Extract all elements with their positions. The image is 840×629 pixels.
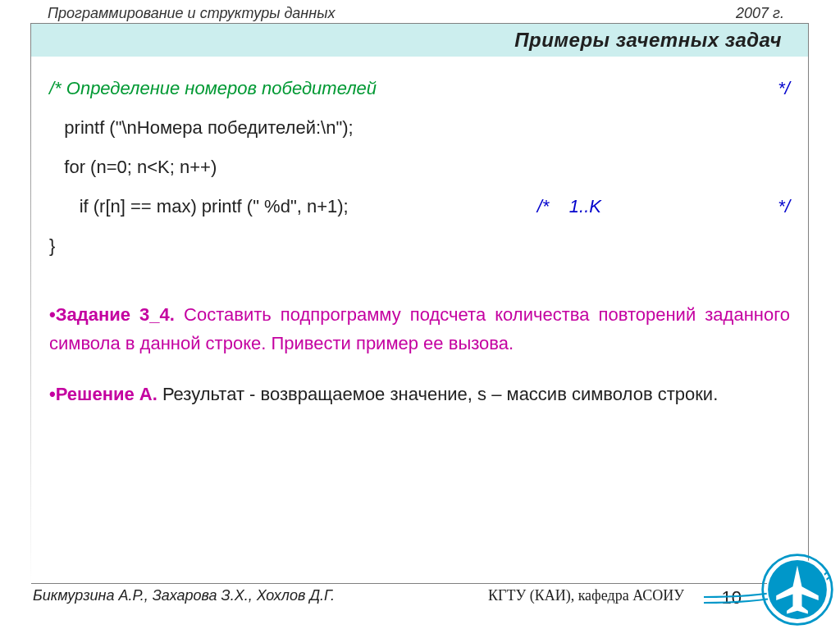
running-header: Программирование и структуры данных 2007…: [48, 5, 784, 22]
code-line: }: [49, 232, 790, 260]
code-text: for (n=0; n<K; n++): [49, 153, 217, 181]
comment-close: */: [583, 75, 790, 103]
slide-body: /* Определение номеров победителей */ pr…: [31, 57, 808, 408]
page-number: 10: [722, 587, 742, 608]
airplane-logo-icon: [760, 552, 835, 627]
slide-title-bar: Примеры зачетных задач: [31, 24, 808, 57]
slide-title: Примеры зачетных задач: [514, 29, 782, 51]
code-block: /* Определение номеров победителей */ pr…: [49, 75, 790, 260]
footer-org: КГТУ (КАИ), кафедра АСОИУ: [488, 587, 684, 604]
footer-authors: Бикмурзина А.Р., Захарова З.Х., Хохлов Д…: [33, 587, 335, 604]
code-line: printf ("\nНомера победителей:\n");: [49, 114, 790, 142]
inline-comment-close: */: [601, 193, 790, 221]
course-title: Программирование и структуры данных: [48, 5, 335, 22]
code-text: if (r[n] == max) printf (" %d", n+1);: [49, 193, 349, 221]
task-title: Задание 3_4.: [56, 304, 175, 325]
slide-frame: Примеры зачетных задач /* Определение но…: [31, 23, 809, 584]
code-text: printf ("\nНомера победителей:\n");: [49, 114, 354, 142]
solution-title: Решение А.: [56, 384, 158, 404]
bullet-icon: •: [49, 304, 56, 325]
solution-block: •Решение А. Результат - возвращаемое зна…: [49, 381, 790, 408]
bullet-icon: •: [49, 384, 56, 404]
inline-comment-open: /* 1..K: [537, 193, 601, 221]
slide-footer: Бикмурзина А.Р., Захарова З.Х., Хохлов Д…: [33, 587, 807, 604]
course-year: 2007 г.: [736, 5, 784, 22]
code-line: /* Определение номеров победителей */: [49, 75, 790, 103]
code-text: }: [49, 232, 55, 260]
comment-open: /* Определение номеров победителей: [49, 75, 377, 103]
code-line: for (n=0; n<K; n++): [49, 153, 790, 181]
solution-text: Результат - возвращаемое значение, s – м…: [158, 384, 718, 404]
slide-page: Программирование и структуры данных 2007…: [0, 0, 840, 629]
code-line: if (r[n] == max) printf (" %d", n+1); /*…: [49, 193, 790, 221]
task-block: •Задание 3_4. Составить подпрограмму под…: [49, 301, 790, 357]
